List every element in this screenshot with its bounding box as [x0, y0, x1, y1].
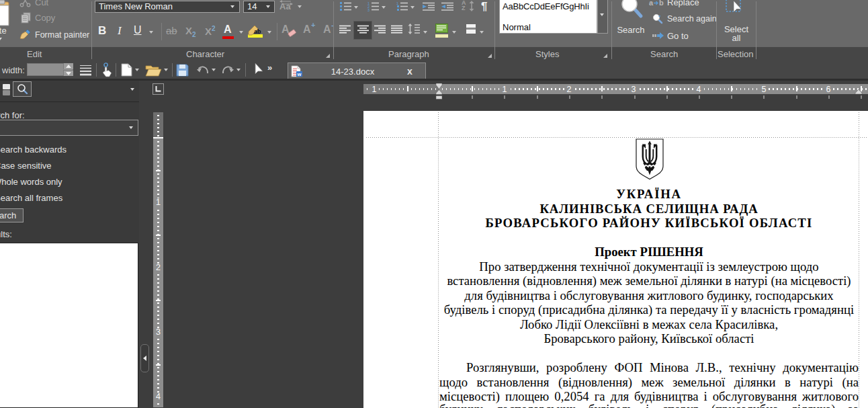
svg-text:b: b	[659, 0, 664, 7]
svg-text:1: 1	[396, 1, 398, 5]
svg-text:a: a	[649, 0, 654, 7]
svg-text:3: 3	[367, 8, 370, 12]
svg-text:ab: ab	[254, 28, 261, 35]
svg-text:w: w	[297, 71, 302, 77]
